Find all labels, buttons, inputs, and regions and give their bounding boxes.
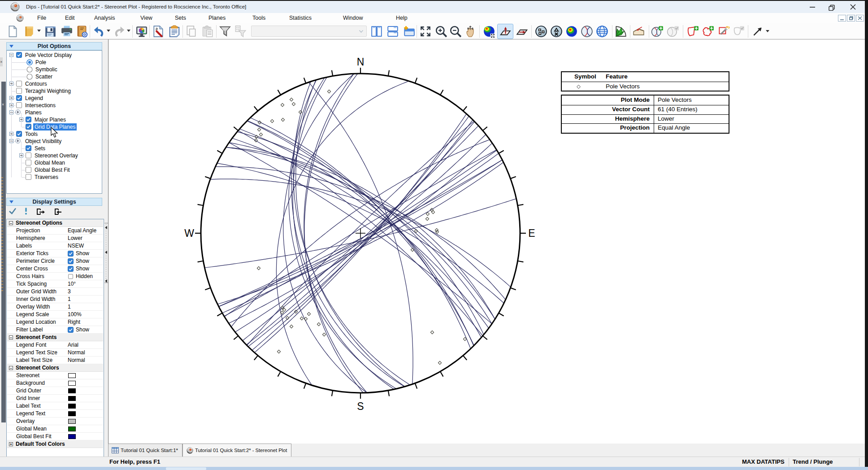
svg-text:S: S [357,400,364,412]
svg-text:N: N [357,56,365,68]
svg-text:E: E [528,227,535,239]
svg-text:W: W [184,227,194,239]
